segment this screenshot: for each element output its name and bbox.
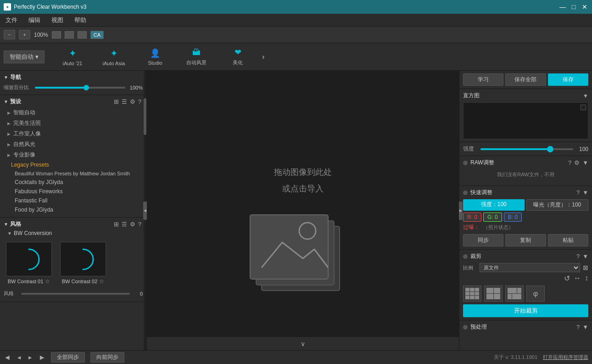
style-grid-view[interactable]: ⊞ [112,220,120,228]
navigation-section: ▼ 导航 缩放百分比 100% [0,71,146,95]
view-mode-3[interactable] [78,31,87,39]
presets-help[interactable]: ? [137,98,143,106]
nav-next-arrow[interactable]: ► [39,353,46,362]
learn-button[interactable]: 学习 [463,73,503,86]
style-settings[interactable]: ⚙ [128,220,137,228]
copy-button[interactable]: 复制 [505,234,546,246]
start-crop-button[interactable]: 开始裁剪 [463,304,588,317]
style-help[interactable]: ? [137,220,143,228]
exposure-btn[interactable]: 曝光（亮度）：100 [526,199,589,211]
nav-prev-arrow[interactable]: ◄ [4,353,11,362]
style-bw-arrow[interactable]: ▼ [7,231,12,236]
crop-expand-icon[interactable]: ⊠ [583,264,588,271]
style-collapse-arrow[interactable]: ▼ [4,222,8,227]
app-manager-link[interactable]: 打开应用程序管理器 [543,354,588,361]
preset-item-landscape[interactable]: ▶ 自然风光 [4,139,143,150]
rotate-ccw-icon[interactable]: ↺ [564,274,570,283]
crop-help-icon[interactable]: ? [576,253,580,260]
preset-item-fireworks[interactable]: Fabulous Fireworks [4,187,143,196]
presets-list-view[interactable]: ☰ [120,98,128,106]
tab-iauto-asia[interactable]: ✦ iAuto Asia [93,45,134,69]
style-list-view[interactable]: ☰ [120,220,128,228]
sync-forward-button[interactable]: 向前同步 [90,352,124,363]
minus-button[interactable]: － [4,30,15,39]
smart-auto-button[interactable]: 智能自动 ▾ [4,50,45,63]
plus-button[interactable]: ＋ [19,30,30,39]
more-tabs-button[interactable]: › [258,53,268,61]
raw-help-icon[interactable]: ? [568,159,571,166]
crop-ratio-row: 比例 原文件 ⊠ [463,263,588,272]
view-mode-1[interactable] [52,31,61,39]
right-expand-handle[interactable]: ► [459,202,463,220]
intensity-slider[interactable] [480,148,573,150]
preset-item-bw[interactable]: Beautiful Woman Presets by Matthew Jorda… [4,169,143,178]
preset-item-life[interactable]: ▶ 完美生活照 [4,118,143,129]
canvas-expand-icon[interactable]: ∨ [301,340,305,347]
style-footer-slider[interactable] [21,293,130,295]
crop-chevron-icon[interactable]: ▼ [582,253,588,260]
tab-auto-landscape[interactable]: 🏔 自动风景 [176,45,217,69]
menu-view[interactable]: 视图 [50,15,65,25]
left-expand-handle[interactable]: ◄ [143,202,147,220]
view-mode-2[interactable] [65,31,74,39]
presets-settings[interactable]: ⚙ [128,98,137,106]
image-canvas[interactable]: 拖动图像到此处 或点击导入 [147,71,459,336]
preset-label-9: Fantastic Fall [15,197,47,204]
nav-collapse-arrow[interactable]: ▼ [4,75,8,80]
raw-chevron-icon[interactable]: ▼ [582,159,588,166]
style-card-2-star[interactable]: ☆ [99,278,104,285]
preset-item-cocktails[interactable]: Cocktails by JGlyda [4,178,143,187]
style-card-1-star[interactable]: ☆ [45,278,50,285]
titlebar: ✦ Perfectly Clear Workbench v3 — □ ✕ [0,0,592,14]
zoom-slider-fill [35,87,89,89]
sync-all-button[interactable]: 全部同步 [51,352,85,363]
menu-help[interactable]: 帮助 [73,15,88,25]
style-card-1[interactable]: BW Contrast 01 ☆ [4,242,54,285]
preset-item-pro[interactable]: ▶ 专业影像 [4,150,143,160]
preset-arrow-1: ▶ [7,121,11,126]
tab-studio[interactable]: 👤 Studio [134,45,176,69]
style-card-2[interactable]: BW Contrast 02 ☆ [58,242,108,285]
menu-edit[interactable]: 编辑 [27,15,42,25]
menu-file[interactable]: 文件 [4,15,19,25]
preset-item-fall[interactable]: Fantastic Fall [4,196,143,205]
crop-grid-btn-2[interactable] [484,286,503,302]
maximize-button[interactable]: □ [570,3,577,11]
tab-beautify[interactable]: ❤ 美化 [217,45,258,69]
crop-grid-btn-3[interactable] [505,286,524,302]
presets-collapse-arrow[interactable]: ▼ [4,99,8,104]
zoom-slider[interactable] [35,87,125,89]
preset-item-legacy[interactable]: Legacy Presets [4,160,143,169]
g-value[interactable]: G: 0 [483,213,502,222]
crop-grid-btn-phi[interactable]: φ [526,286,545,302]
quick-help-icon[interactable]: ? [576,189,580,196]
quick-chevron-icon[interactable]: ▼ [582,189,588,196]
histogram-chevron[interactable]: ▼ [583,93,588,99]
preset-item-food[interactable]: Food by JGlyda [4,205,143,214]
quick-adjust-section: 快速调整 ? ▼ 强度：100 曝光（亮度）：100 R: 0 G: 0 B: … [459,186,592,250]
ca-button[interactable]: CA [90,31,104,39]
pre-help-icon[interactable]: ? [576,324,580,330]
sync-button[interactable]: 同步 [463,234,503,246]
intensity-cyan-btn[interactable]: 强度：100 [463,199,525,211]
flip-vertical-icon[interactable]: ↕ [585,274,588,283]
paste-button[interactable]: 粘贴 [548,234,588,246]
save-all-button[interactable]: 保存全部 [505,73,546,86]
tab-iauto21[interactable]: ✦ iAuto '21 [52,45,93,69]
flip-horizontal-icon[interactable]: ↔ [574,274,581,283]
minimize-button[interactable]: — [559,3,566,11]
crop-ratio-select[interactable]: 原文件 [480,263,580,272]
raw-settings-icon[interactable]: ⚙ [574,159,580,166]
preset-item-smart-auto[interactable]: ▶ 智能自动 [4,107,143,118]
preset-item-studio[interactable]: ▶ 工作室人像 [4,129,143,139]
nav-prev-frame[interactable]: ◄ [17,354,22,361]
close-button[interactable]: ✕ [581,3,588,11]
b-value[interactable]: B: 0 [504,213,522,222]
crop-grid-btn-1[interactable] [463,286,481,302]
crop-status-dot [463,254,468,259]
save-button[interactable]: 保存 [548,73,588,86]
nav-next-frame[interactable]: ► [28,354,33,361]
presets-grid-view[interactable]: ⊞ [112,98,120,106]
pre-chevron-icon[interactable]: ▼ [582,324,588,330]
r-value[interactable]: R: 0 [463,213,481,222]
